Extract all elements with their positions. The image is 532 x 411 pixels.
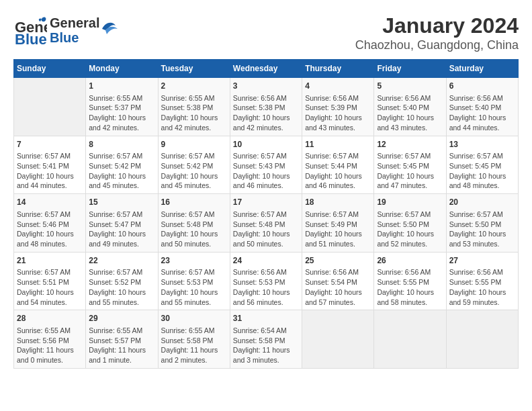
day-info: Sunrise: 6:57 AMSunset: 5:47 PMDaylight:… bbox=[89, 210, 154, 249]
day-number: 9 bbox=[161, 139, 227, 150]
calendar-cell: 23Sunrise: 6:57 AMSunset: 5:53 PMDayligh… bbox=[158, 252, 230, 310]
day-number: 7 bbox=[17, 139, 83, 150]
day-number: 3 bbox=[233, 81, 299, 92]
day-info: Sunrise: 6:57 AMSunset: 5:50 PMDaylight:… bbox=[377, 210, 443, 249]
day-info: Sunrise: 6:57 AMSunset: 5:42 PMDaylight:… bbox=[89, 151, 154, 191]
svg-text:Blue: Blue bbox=[15, 31, 47, 47]
day-info: Sunrise: 6:55 AMSunset: 5:38 PMDaylight:… bbox=[161, 93, 227, 133]
day-number: 26 bbox=[377, 255, 443, 267]
day-info: Sunrise: 6:56 AMSunset: 5:40 PMDaylight:… bbox=[377, 93, 443, 133]
calendar-cell: 14Sunrise: 6:57 AMSunset: 5:46 PMDayligh… bbox=[14, 194, 86, 253]
day-number: 8 bbox=[89, 139, 154, 150]
bird-icon bbox=[99, 15, 119, 39]
day-header-friday: Friday bbox=[374, 60, 446, 78]
calendar-week-row: 14Sunrise: 6:57 AMSunset: 5:46 PMDayligh… bbox=[14, 194, 519, 253]
calendar-table: SundayMondayTuesdayWednesdayThursdayFrid… bbox=[13, 59, 519, 369]
page-subtitle: Chaozhou, Guangdong, China bbox=[355, 38, 519, 52]
day-number: 25 bbox=[305, 255, 371, 267]
day-info: Sunrise: 6:57 AMSunset: 5:41 PMDaylight:… bbox=[17, 151, 83, 191]
day-number: 27 bbox=[449, 255, 515, 267]
calendar-cell: 2Sunrise: 6:55 AMSunset: 5:38 PMDaylight… bbox=[158, 78, 230, 136]
calendar-cell: 22Sunrise: 6:57 AMSunset: 5:52 PMDayligh… bbox=[86, 252, 158, 310]
day-info: Sunrise: 6:56 AMSunset: 5:53 PMDaylight:… bbox=[233, 267, 299, 307]
day-header-tuesday: Tuesday bbox=[158, 60, 230, 78]
calendar-cell: 15Sunrise: 6:57 AMSunset: 5:47 PMDayligh… bbox=[86, 194, 158, 253]
calendar-cell bbox=[446, 310, 518, 369]
calendar-week-row: 28Sunrise: 6:55 AMSunset: 5:56 PMDayligh… bbox=[14, 310, 519, 369]
day-number: 19 bbox=[377, 197, 443, 208]
calendar-cell: 6Sunrise: 6:56 AMSunset: 5:40 PMDaylight… bbox=[446, 78, 518, 136]
calendar-cell: 12Sunrise: 6:57 AMSunset: 5:45 PMDayligh… bbox=[374, 136, 446, 194]
logo-icon: General Blue bbox=[13, 13, 47, 47]
day-info: Sunrise: 6:56 AMSunset: 5:55 PMDaylight:… bbox=[449, 267, 515, 307]
day-info: Sunrise: 6:57 AMSunset: 5:53 PMDaylight:… bbox=[161, 267, 227, 307]
day-info: Sunrise: 6:55 AMSunset: 5:58 PMDaylight:… bbox=[161, 326, 227, 365]
day-number: 15 bbox=[89, 197, 154, 208]
day-header-wednesday: Wednesday bbox=[230, 60, 302, 78]
day-number: 5 bbox=[377, 81, 443, 92]
calendar-cell bbox=[14, 78, 86, 136]
day-number: 29 bbox=[89, 313, 154, 324]
day-info: Sunrise: 6:57 AMSunset: 5:46 PMDaylight:… bbox=[17, 210, 83, 249]
day-info: Sunrise: 6:57 AMSunset: 5:43 PMDaylight:… bbox=[233, 151, 299, 191]
day-info: Sunrise: 6:55 AMSunset: 5:57 PMDaylight:… bbox=[89, 326, 154, 365]
day-info: Sunrise: 6:56 AMSunset: 5:55 PMDaylight:… bbox=[377, 267, 443, 307]
day-header-monday: Monday bbox=[86, 60, 158, 78]
calendar-header-row: SundayMondayTuesdayWednesdayThursdayFrid… bbox=[14, 60, 519, 78]
day-number: 1 bbox=[89, 81, 154, 92]
day-info: Sunrise: 6:56 AMSunset: 5:54 PMDaylight:… bbox=[305, 267, 371, 307]
page-title: January 2024 bbox=[355, 13, 519, 38]
calendar-cell: 26Sunrise: 6:56 AMSunset: 5:55 PMDayligh… bbox=[374, 252, 446, 310]
day-number: 10 bbox=[233, 139, 299, 150]
calendar-cell: 5Sunrise: 6:56 AMSunset: 5:40 PMDaylight… bbox=[374, 78, 446, 136]
day-number: 12 bbox=[377, 139, 443, 150]
day-number: 13 bbox=[449, 139, 515, 150]
day-number: 20 bbox=[449, 197, 515, 208]
day-number: 24 bbox=[233, 255, 299, 267]
calendar-cell: 17Sunrise: 6:57 AMSunset: 5:48 PMDayligh… bbox=[230, 194, 302, 253]
calendar-cell: 29Sunrise: 6:55 AMSunset: 5:57 PMDayligh… bbox=[86, 310, 158, 369]
calendar-cell: 30Sunrise: 6:55 AMSunset: 5:58 PMDayligh… bbox=[158, 310, 230, 369]
day-info: Sunrise: 6:57 AMSunset: 5:49 PMDaylight:… bbox=[305, 210, 371, 249]
logo-blue-text: Blue bbox=[50, 30, 99, 45]
day-info: Sunrise: 6:56 AMSunset: 5:39 PMDaylight:… bbox=[305, 93, 371, 133]
day-number: 11 bbox=[305, 139, 371, 150]
calendar-cell: 8Sunrise: 6:57 AMSunset: 5:42 PMDaylight… bbox=[86, 136, 158, 194]
day-info: Sunrise: 6:57 AMSunset: 5:45 PMDaylight:… bbox=[377, 151, 443, 191]
calendar-cell bbox=[374, 310, 446, 369]
day-header-sunday: Sunday bbox=[14, 60, 86, 78]
calendar-cell: 27Sunrise: 6:56 AMSunset: 5:55 PMDayligh… bbox=[446, 252, 518, 310]
calendar-cell: 18Sunrise: 6:57 AMSunset: 5:49 PMDayligh… bbox=[302, 194, 374, 253]
day-info: Sunrise: 6:54 AMSunset: 5:58 PMDaylight:… bbox=[233, 326, 299, 365]
page-header: General Blue General Blue January 2024 C… bbox=[13, 13, 519, 52]
calendar-cell: 13Sunrise: 6:57 AMSunset: 5:45 PMDayligh… bbox=[446, 136, 518, 194]
calendar-week-row: 21Sunrise: 6:57 AMSunset: 5:51 PMDayligh… bbox=[14, 252, 519, 310]
day-header-thursday: Thursday bbox=[302, 60, 374, 78]
calendar-cell: 31Sunrise: 6:54 AMSunset: 5:58 PMDayligh… bbox=[230, 310, 302, 369]
day-info: Sunrise: 6:57 AMSunset: 5:44 PMDaylight:… bbox=[305, 151, 371, 191]
day-info: Sunrise: 6:56 AMSunset: 5:40 PMDaylight:… bbox=[449, 93, 515, 133]
calendar-cell: 25Sunrise: 6:56 AMSunset: 5:54 PMDayligh… bbox=[302, 252, 374, 310]
calendar-cell: 9Sunrise: 6:57 AMSunset: 5:42 PMDaylight… bbox=[158, 136, 230, 194]
day-info: Sunrise: 6:56 AMSunset: 5:38 PMDaylight:… bbox=[233, 93, 299, 133]
day-number: 28 bbox=[17, 313, 83, 324]
day-header-saturday: Saturday bbox=[446, 60, 518, 78]
day-number: 18 bbox=[305, 197, 371, 208]
calendar-cell: 16Sunrise: 6:57 AMSunset: 5:48 PMDayligh… bbox=[158, 194, 230, 253]
calendar-cell: 1Sunrise: 6:55 AMSunset: 5:37 PMDaylight… bbox=[86, 78, 158, 136]
calendar-cell: 20Sunrise: 6:57 AMSunset: 5:50 PMDayligh… bbox=[446, 194, 518, 253]
day-number: 30 bbox=[161, 313, 227, 324]
calendar-cell: 11Sunrise: 6:57 AMSunset: 5:44 PMDayligh… bbox=[302, 136, 374, 194]
day-info: Sunrise: 6:57 AMSunset: 5:50 PMDaylight:… bbox=[449, 210, 515, 249]
day-info: Sunrise: 6:57 AMSunset: 5:42 PMDaylight:… bbox=[161, 151, 227, 191]
day-info: Sunrise: 6:57 AMSunset: 5:48 PMDaylight:… bbox=[161, 210, 227, 249]
logo-general-text: General bbox=[50, 15, 99, 30]
calendar-cell: 19Sunrise: 6:57 AMSunset: 5:50 PMDayligh… bbox=[374, 194, 446, 253]
calendar-cell: 10Sunrise: 6:57 AMSunset: 5:43 PMDayligh… bbox=[230, 136, 302, 194]
day-number: 14 bbox=[17, 197, 83, 208]
day-info: Sunrise: 6:57 AMSunset: 5:51 PMDaylight:… bbox=[17, 267, 83, 307]
day-number: 4 bbox=[305, 81, 371, 92]
day-number: 23 bbox=[161, 255, 227, 267]
title-section: January 2024 Chaozhou, Guangdong, China bbox=[355, 13, 519, 52]
day-info: Sunrise: 6:57 AMSunset: 5:52 PMDaylight:… bbox=[89, 267, 154, 307]
